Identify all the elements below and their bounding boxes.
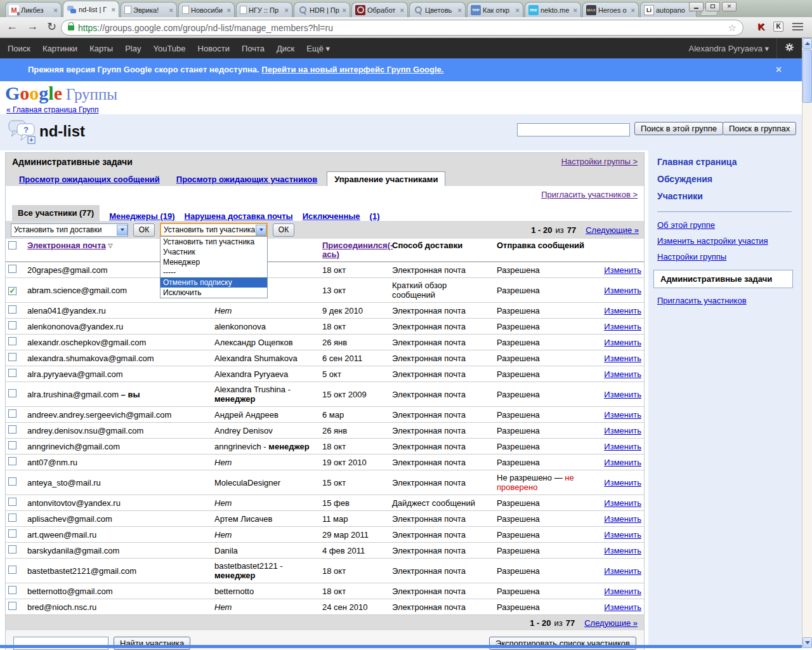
member-filter-tab[interactable]: Менеджеры (19)	[109, 211, 174, 221]
edit-link[interactable]: Изменить	[604, 369, 641, 379]
group-settings-link[interactable]: Настройки группы >	[561, 157, 638, 166]
edit-link[interactable]: Изменить	[604, 587, 641, 596]
minimize-button[interactable]	[689, 2, 704, 11]
dropdown-option[interactable]: Участник	[160, 247, 267, 257]
member-filter-tab[interactable]: (1)	[370, 211, 380, 221]
sidebar-link[interactable]: Об этой группе	[657, 217, 802, 233]
row-checkbox[interactable]	[8, 321, 16, 329]
row-checkbox[interactable]	[8, 602, 16, 610]
browser-tab[interactable]: TPP Как откр ×	[467, 2, 523, 17]
row-checkbox[interactable]	[8, 545, 16, 554]
row-checkbox[interactable]	[8, 566, 16, 574]
edit-link[interactable]: Изменить	[604, 286, 641, 295]
member-filter-tab[interactable]: Все участники (77)	[12, 205, 100, 221]
chevron-down-icon[interactable]	[117, 225, 128, 235]
select-all-checkbox[interactable]	[8, 241, 16, 249]
browser-tab[interactable]: M8 Ликбез ×	[5, 2, 62, 17]
delivery-type-select[interactable]: Установить тип доставки	[11, 223, 128, 237]
row-checkbox[interactable]	[8, 457, 16, 465]
close-button[interactable]: ✕	[722, 2, 737, 11]
gbar-link[interactable]: Картинки	[43, 44, 77, 53]
edit-link[interactable]: Изменить	[604, 410, 641, 420]
sidebar-item-admin-tasks[interactable]: Административные задачи	[653, 270, 793, 288]
row-checkbox[interactable]	[8, 441, 16, 449]
browser-tab[interactable]: me nekto.me ×	[525, 2, 581, 17]
sidebar-link[interactable]: Настройки группы	[657, 249, 802, 265]
edit-link[interactable]: Изменить	[604, 498, 641, 508]
tab-close-icon[interactable]: ×	[227, 6, 231, 14]
gbar-link[interactable]: Play	[125, 44, 141, 53]
browser-tab[interactable]: nd-list | Г ×	[63, 1, 119, 17]
browser-tab[interactable]: Эврика! ×	[121, 2, 177, 17]
kaspersky-icon[interactable]: K	[757, 21, 764, 32]
search-all-groups-button[interactable]: Поиск в группах	[723, 122, 796, 135]
edit-link[interactable]: Изменить	[604, 322, 641, 331]
admin-tab[interactable]: Просмотр ожидающих участников	[169, 172, 324, 186]
tab-close-icon[interactable]: ×	[112, 6, 115, 13]
gear-icon[interactable]	[785, 43, 794, 54]
scrollbar-thumb[interactable]	[802, 50, 812, 103]
next-page-link[interactable]: Следующие »	[584, 618, 638, 628]
tab-close-icon[interactable]: ×	[631, 6, 635, 14]
address-bar[interactable]: https ://groups.google.com/group/nd-list…	[61, 20, 743, 36]
gbar-link[interactable]: Поиск	[8, 44, 30, 53]
row-checkbox[interactable]	[8, 337, 16, 345]
gbar-link[interactable]: Почта	[242, 44, 265, 53]
browser-tab[interactable]: Li autopano ×	[640, 2, 697, 17]
back-icon[interactable]: ←	[6, 20, 18, 34]
admin-tab[interactable]: Управление участниками	[327, 171, 445, 186]
browser-tab[interactable]: MAX Heroes o ×	[582, 2, 639, 17]
browser-tab[interactable]: Новосиби ×	[178, 2, 235, 17]
edit-link[interactable]: Изменить	[604, 442, 641, 451]
keyboard-extension-icon[interactable]: K	[773, 22, 783, 32]
edit-link[interactable]: Изменить	[604, 478, 641, 488]
edit-link[interactable]: Изменить	[604, 602, 641, 612]
sort-by-email-link[interactable]: Электронная почта	[27, 241, 106, 250]
notice-link[interactable]: Перейти на новый интерфейс Групп Google.	[261, 65, 443, 74]
gbar-link[interactable]: Диск	[277, 44, 294, 53]
tab-close-icon[interactable]: ×	[54, 6, 58, 14]
maximize-button[interactable]	[705, 2, 720, 11]
edit-link[interactable]: Изменить	[604, 338, 641, 347]
next-page-link[interactable]: Следующие »	[586, 225, 639, 235]
row-checkbox[interactable]	[8, 477, 16, 486]
browser-tab[interactable]: Обработ ×	[351, 2, 408, 17]
edit-link[interactable]: Изменить	[604, 390, 641, 399]
account-menu[interactable]: Alexandra Pyryaeva ▾	[689, 44, 769, 53]
tab-close-icon[interactable]: ×	[343, 6, 346, 14]
edit-link[interactable]: Изменить	[604, 458, 641, 467]
row-checkbox[interactable]	[8, 305, 16, 314]
sidebar-link[interactable]: Обсуждения	[657, 171, 802, 188]
row-checkbox[interactable]	[8, 529, 16, 538]
row-checkbox[interactable]: ✓	[8, 287, 16, 295]
bookmark-star-icon[interactable]: ☆	[728, 22, 737, 34]
scroll-down-icon[interactable]	[802, 637, 812, 648]
row-checkbox[interactable]	[8, 389, 16, 397]
back-to-groups-link[interactable]: « Главная страница Групп	[6, 105, 98, 114]
scrollbar[interactable]	[802, 38, 812, 648]
row-checkbox[interactable]	[8, 409, 16, 418]
edit-link[interactable]: Изменить	[604, 566, 641, 576]
notice-close-icon[interactable]: ×	[776, 58, 782, 81]
dropdown-option[interactable]: Исключить	[160, 288, 267, 298]
gbar-link[interactable]: Карты	[89, 44, 113, 53]
row-checkbox[interactable]	[8, 353, 16, 361]
dropdown-option[interactable]: Отменить подписку	[160, 277, 267, 288]
edit-link[interactable]: Изменить	[604, 546, 641, 555]
member-type-ok-button[interactable]: ОК	[273, 223, 294, 237]
edit-link[interactable]: Изменить	[604, 426, 641, 435]
browser-tab[interactable]: HDR | Пр ×	[294, 2, 350, 17]
tab-close-icon[interactable]: ×	[400, 6, 404, 14]
gbar-link[interactable]: Новости	[198, 44, 230, 53]
browser-tab[interactable]: НГУ :: Пр ×	[236, 2, 292, 17]
scroll-up-icon[interactable]	[802, 38, 812, 49]
admin-tab[interactable]: Просмотр ожидающих сообщений	[12, 172, 167, 186]
edit-link[interactable]: Изменить	[604, 530, 641, 540]
delivery-ok-button[interactable]: ОК	[133, 223, 155, 237]
gbar-more-menu[interactable]: Ещё ▾	[306, 44, 330, 53]
gbar-link[interactable]: YouTube	[153, 44, 185, 53]
reload-icon[interactable]: ↻	[47, 20, 56, 34]
sidebar-link[interactable]: Участники	[657, 188, 802, 205]
dropdown-option[interactable]: Установить тип участника	[160, 237, 267, 247]
browser-menu-icon[interactable]	[792, 23, 803, 30]
